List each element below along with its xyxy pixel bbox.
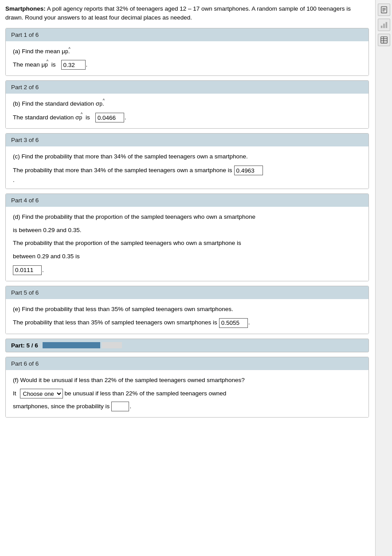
part1-question: (a) Find the mean μ ^p . bbox=[13, 47, 361, 56]
part6-dropdown[interactable]: Choose one would would not bbox=[20, 389, 63, 398]
part3-body: (c) Find the probability that more than … bbox=[6, 146, 368, 189]
part2-section: Part 2 of 6 (b) Find the standard deviat… bbox=[5, 80, 369, 129]
problem-title: Smartphones: bbox=[5, 5, 46, 12]
part2-question: (b) Find the standard deviation σ^p. bbox=[13, 99, 361, 109]
svg-rect-4 bbox=[380, 26, 382, 28]
part5-header: Part 5 of 6 bbox=[6, 286, 368, 299]
progress-fill bbox=[43, 342, 100, 348]
part3-answer-line: The probability that more than 34% of th… bbox=[13, 165, 361, 176]
part2-body: (b) Find the standard deviation σ^p. The… bbox=[6, 94, 368, 128]
part2-answer-input[interactable] bbox=[95, 113, 124, 122]
part4-body: (d) Find the probability that the propor… bbox=[6, 207, 368, 281]
progress-bar bbox=[43, 342, 122, 348]
problem-statement: Smartphones: A poll agency reports that … bbox=[5, 4, 369, 23]
part5-section: Part 5 of 6 (e) Find the probability tha… bbox=[5, 286, 369, 334]
progress-bar-section: Part: 5 / 6 bbox=[5, 339, 369, 352]
svg-rect-7 bbox=[380, 37, 387, 43]
part5-answer-input[interactable] bbox=[219, 318, 248, 328]
main-content: Smartphones: A poll agency reports that … bbox=[0, 0, 374, 426]
document-icon[interactable] bbox=[378, 4, 390, 16]
part6-header: Part 6 of 6 bbox=[6, 357, 368, 370]
part5-answer-line: The probability that less than 35% of sa… bbox=[13, 317, 361, 328]
part1-answer-input[interactable] bbox=[61, 60, 86, 70]
part1-answer-line: The mean μ^p is . bbox=[13, 59, 361, 70]
part1-header: Part 1 of 6 bbox=[6, 28, 368, 41]
part4-answer-input-line: . bbox=[13, 265, 361, 276]
part6-answer-input[interactable] bbox=[111, 402, 129, 411]
table-icon[interactable] bbox=[378, 34, 390, 46]
svg-rect-5 bbox=[383, 24, 385, 28]
part4-section: Part 4 of 6 (d) Find the probability tha… bbox=[5, 193, 369, 281]
part5-body: (e) Find the probability that less than … bbox=[6, 299, 368, 334]
part6-section: Part 6 of 6 (f) Would it be unusual if l… bbox=[5, 357, 369, 418]
part6-answer-line1: It Choose one would would not be unusual… bbox=[13, 388, 361, 399]
part6-question: (f) Would it be unusual if less than 22%… bbox=[13, 375, 361, 385]
part3-header: Part 3 of 6 bbox=[6, 134, 368, 146]
part3-answer-input[interactable] bbox=[234, 166, 263, 175]
part2-answer-line: The standard deviation σ^p is . bbox=[13, 112, 361, 123]
part4-answer-line1: The probability that the proportion of t… bbox=[13, 238, 361, 248]
part6-body: (f) Would it be unusual if less than 22%… bbox=[6, 370, 368, 417]
part4-header: Part 4 of 6 bbox=[6, 194, 368, 207]
part3-question: (c) Find the probability that more than … bbox=[13, 152, 361, 162]
part1-body: (a) Find the mean μ ^p . The mean μ^p is… bbox=[6, 41, 368, 76]
part4-answer-input[interactable] bbox=[13, 265, 42, 275]
part4-answer-line2: between 0.29 and 0.35 is bbox=[13, 252, 361, 261]
part3-section: Part 3 of 6 (c) Find the probability tha… bbox=[5, 133, 369, 189]
part6-answer-line2: smartphones, since the probability is . bbox=[13, 401, 361, 412]
part2-header: Part 2 of 6 bbox=[6, 81, 368, 94]
sidebar bbox=[375, 0, 392, 556]
part4-question-line1: (d) Find the probability that the propor… bbox=[13, 212, 361, 222]
part5-question: (e) Find the probability that less than … bbox=[13, 304, 361, 314]
part1-section: Part 1 of 6 (a) Find the mean μ ^p . The… bbox=[5, 28, 369, 76]
part4-question-line2: is between 0.29 and 0.35. bbox=[13, 225, 361, 235]
progress-label: Part: 5 / 6 bbox=[11, 342, 38, 349]
chart-icon[interactable] bbox=[378, 19, 390, 31]
svg-rect-6 bbox=[385, 22, 387, 28]
problem-text: A poll agency reports that 32% of teenag… bbox=[5, 5, 351, 21]
progress-empty bbox=[102, 342, 122, 348]
